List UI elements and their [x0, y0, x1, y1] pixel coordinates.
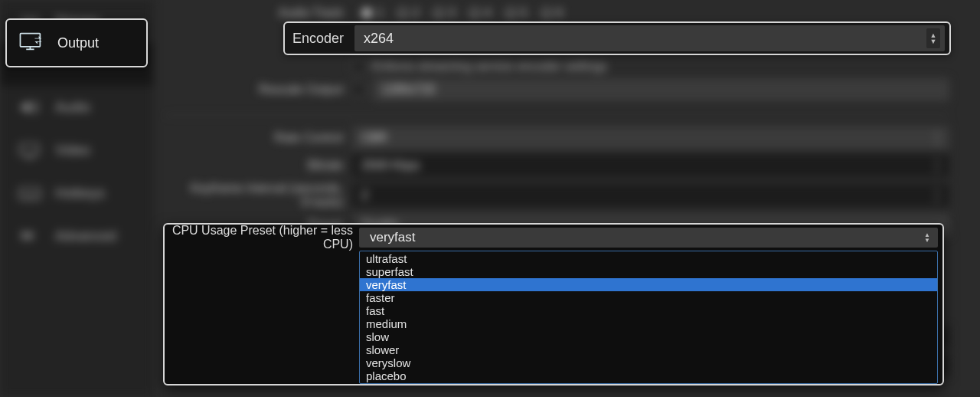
encoder-label: Encoder — [285, 31, 354, 47]
rescale-checkbox[interactable] — [352, 84, 364, 96]
sidebar-item-label: Output — [57, 35, 99, 51]
sidebar-item-output[interactable]: Output — [5, 18, 148, 67]
keyframe-row: Keyframe Interval (seconds, 0=auto) 2▲▼ — [153, 182, 980, 209]
cpu-preset-option[interactable]: medium — [360, 317, 937, 330]
output-icon — [18, 30, 47, 57]
audio-icon — [17, 97, 43, 118]
sidebar-item-video[interactable]: Video — [0, 129, 153, 172]
svg-rect-9 — [20, 33, 40, 46]
rescale-label: Rescale Output — [153, 83, 352, 97]
sidebar-item-label: Hotkeys — [55, 185, 105, 202]
encoder-row: Encoder x264 ▲▼ — [283, 21, 951, 55]
keyframe-field[interactable]: 2▲▼ — [352, 184, 949, 207]
cpu-preset-option[interactable]: faster — [360, 291, 937, 304]
sidebar-item-label: Advanced — [55, 228, 116, 244]
bitrate-label: Bitrate — [153, 159, 352, 172]
cpu-preset-option[interactable]: slower — [360, 343, 937, 356]
cpu-preset-dropdown[interactable]: ultrafast superfast veryfast faster fast… — [359, 251, 938, 384]
cpu-preset-option[interactable]: slow — [360, 330, 937, 343]
cpu-preset-row: CPU Usage Preset (higher = less CPU) ver… — [163, 223, 944, 386]
enforce-checkbox[interactable] — [352, 61, 364, 73]
encoder-value: x264 — [364, 31, 394, 47]
sidebar-item-audio[interactable]: Audio — [0, 86, 153, 129]
video-icon — [17, 139, 43, 161]
audio-track-label: Audio Track — [153, 6, 352, 20]
svg-rect-1 — [20, 144, 38, 155]
rate-control-row: Rate Control CBR▲▼ — [153, 126, 980, 149]
enforce-row: Enforce streaming service encoder settin… — [153, 60, 980, 74]
cpu-preset-select[interactable]: veryfast ▲▼ — [359, 228, 938, 248]
bitrate-field[interactable]: 2500 Kbps▲▼ — [352, 154, 949, 177]
hotkeys-icon — [17, 182, 43, 204]
audio-track-row: Audio Track 1 2 3 4 5 6 — [153, 6, 980, 20]
cpu-preset-option[interactable]: superfast — [360, 265, 937, 278]
cpu-preset-option[interactable]: veryfast — [360, 278, 937, 291]
cpu-preset-option[interactable]: placebo — [360, 369, 937, 382]
rescale-row: Rescale Output 1280x720 — [153, 78, 980, 101]
cpu-preset-stepper-icon[interactable]: ▲▼ — [921, 229, 933, 246]
cpu-preset-option[interactable]: veryslow — [360, 356, 937, 369]
cpu-preset-option[interactable]: ultrafast — [360, 252, 937, 265]
rate-control-field[interactable]: CBR▲▼ — [352, 126, 949, 149]
sidebar-item-hotkeys[interactable]: Hotkeys — [0, 172, 153, 215]
cpu-preset-label: CPU Usage Preset (higher = less CPU) — [165, 224, 359, 251]
rescale-field[interactable]: 1280x720 — [372, 78, 949, 101]
sidebar-item-label: Audio — [55, 100, 90, 116]
svg-rect-2 — [19, 189, 40, 199]
bitrate-row: Bitrate 2500 Kbps▲▼ — [153, 154, 980, 177]
sidebar-item-advanced[interactable]: Advanced — [0, 215, 153, 258]
keyframe-label: Keyframe Interval (seconds, 0=auto) — [153, 182, 352, 209]
rate-control-label: Rate Control — [153, 131, 352, 145]
encoder-stepper-icon[interactable]: ▲▼ — [926, 28, 940, 48]
sidebar-item-label: Video — [55, 143, 90, 159]
encoder-select[interactable]: x264 ▲▼ — [354, 25, 945, 51]
cpu-preset-option[interactable]: fast — [360, 304, 937, 317]
audio-track-options[interactable]: 1 2 3 4 5 6 — [352, 6, 563, 20]
enforce-label: Enforce streaming service encoder settin… — [372, 60, 607, 74]
cpu-preset-value: veryfast — [370, 230, 416, 245]
advanced-icon — [17, 225, 43, 247]
